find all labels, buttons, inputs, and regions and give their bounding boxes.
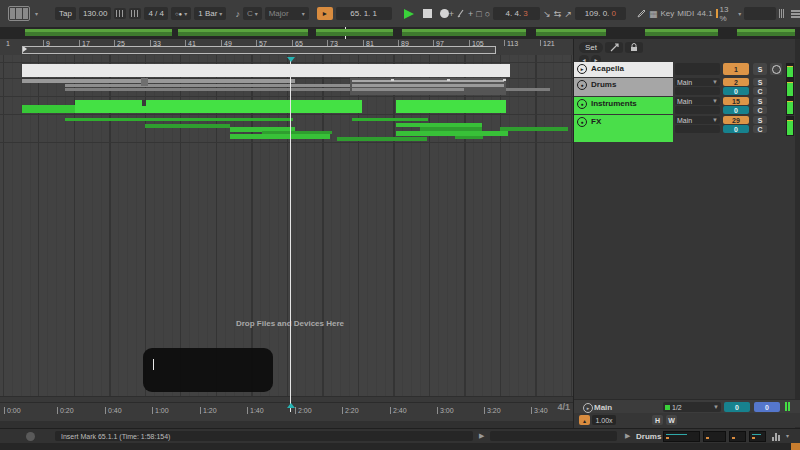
overdub-icon[interactable]: + [449,7,454,20]
track-number-badge[interactable]: 2 [723,78,749,86]
tempo-field[interactable]: 130.00 [79,7,111,20]
loop-switch-icon[interactable]: ⇆ [554,7,562,20]
send-value[interactable]: 0 [723,87,749,95]
scale-menu[interactable]: Major ▾ [265,7,309,20]
routing-menu[interactable]: Main▼ [675,97,720,105]
stop-button[interactable] [423,9,432,18]
hear-button[interactable]: H [652,415,663,425]
meter-dropdown-icon[interactable]: ▾ [786,432,789,439]
clip[interactable] [230,134,330,139]
help-icon[interactable] [26,432,35,441]
main-pan-value[interactable]: 0 [754,402,780,412]
midi-map-button[interactable]: MIDI [677,7,694,20]
device-thumbnail[interactable] [749,431,766,442]
track-header-acapella[interactable]: ▸ Acapella 1 S [574,62,800,77]
metronome-dropdown-icon[interactable]: ▾ [184,10,187,17]
loop-brace[interactable] [22,46,496,54]
clip[interactable] [447,79,450,81]
write-button[interactable]: W [666,415,677,425]
loop-length-field[interactable]: 109. 0. 0 [575,7,626,20]
solo-button[interactable]: S [753,63,767,75]
device-chain-arrow-icon[interactable]: ▶ [625,432,630,440]
resize-corner-icon[interactable] [791,443,800,450]
main-track-header[interactable]: ▸ Main 1/2 ▼ 0 0 [574,399,800,414]
draw-mode-icon[interactable] [637,7,646,20]
cue-button[interactable]: C [753,106,767,114]
track-number-badge[interactable]: 15 [723,97,749,105]
track-name-band[interactable]: ● FX [574,115,673,142]
record-button[interactable] [440,9,449,18]
key-map-button[interactable]: Key [660,7,674,20]
routing-menu[interactable]: Main▼ [675,78,720,86]
track-name-band[interactable]: ● Instruments [574,97,673,114]
output-meter-icon[interactable] [772,432,780,441]
solo-button[interactable]: S [753,116,767,124]
set-locator-button[interactable]: Set [579,42,603,53]
track-header-fx[interactable]: ● FX Main▼ 29 0 S C [574,115,800,142]
text-entry-box[interactable] [143,348,273,392]
track-number-badge[interactable]: 1 [723,63,749,75]
metronome-button[interactable]: ○● ▾ [171,7,191,20]
clip[interactable] [22,64,510,77]
send-value[interactable]: 0 [723,125,749,133]
layout-panels-icon[interactable] [8,6,30,21]
cpu-meter[interactable]: 13 % ▾ [716,7,741,20]
clip[interactable] [500,127,568,131]
main-fold-icon[interactable]: ▸ [583,403,593,413]
track-fold-icon[interactable]: ● [577,117,587,127]
arm-button[interactable] [770,63,782,75]
play-button[interactable] [404,9,414,19]
quantize-menu[interactable]: 1 Bar ▾ [194,7,226,20]
tap-tempo-button[interactable]: Tap [55,7,76,20]
follow-button[interactable]: ▸ [317,7,333,20]
quantize-dropdown-icon[interactable]: ▾ [219,10,222,17]
track-fold-icon[interactable]: ● [577,80,587,90]
arrangement-position-field[interactable]: 65. 1. 1 [336,7,392,20]
track-lane-acapella[interactable] [0,62,573,79]
key-root-dropdown-icon[interactable]: ▾ [255,10,258,17]
device-track-name[interactable]: Drums [636,432,661,441]
lock-icon[interactable] [625,42,643,53]
solo-button[interactable]: S [753,97,767,105]
send-value[interactable]: 0 [723,106,749,114]
track-header-instruments[interactable]: ● Instruments Main▼ 15 0 S C [574,97,800,114]
track-lane-drums[interactable] [0,78,573,97]
menu-icon[interactable] [791,10,800,18]
track-lane-instruments[interactable] [0,97,573,115]
expand-arrow-icon[interactable]: ▶ [479,432,484,440]
scale-dropdown-icon[interactable]: ▾ [302,10,305,17]
key-root-menu[interactable]: C ▾ [243,7,262,20]
track-number-badge[interactable]: 29 [723,116,749,124]
automation-arm-icon[interactable] [457,7,465,20]
clip[interactable] [22,105,75,113]
routing-menu[interactable]: Main▼ [675,116,720,124]
clip[interactable] [503,79,506,81]
reenable-automation-icon[interactable]: + [468,7,473,20]
track-header-drums[interactable]: ● Drums Main▼ 2 0 S C [574,78,800,96]
device-thumbnail[interactable] [663,431,700,442]
time-signature-field[interactable]: 4 / 4 [144,7,168,20]
beat-time-ruler[interactable]: 191725334149576573818997105113121 [0,39,573,56]
arrangement-area[interactable]: Drop Files and Devices Here [0,55,573,396]
clip[interactable] [22,79,295,83]
mixer-view-icon[interactable] [779,9,784,19]
playback-speed-field[interactable]: 1.00x [592,415,616,425]
device-thumbnail[interactable] [703,431,726,442]
clip[interactable] [352,118,428,121]
loop-start-field[interactable]: 4. 4. 3 [493,7,540,20]
cpu-dropdown-icon[interactable]: ▾ [738,10,741,17]
routing-sub-cell[interactable] [675,125,720,133]
nudge-up-button[interactable] [129,8,141,19]
solo-button[interactable]: S [753,78,767,86]
clip[interactable] [352,80,504,82]
clip[interactable] [352,84,504,87]
clip[interactable] [142,100,146,106]
track-fold-icon[interactable]: ● [577,99,587,109]
clip[interactable] [141,78,148,86]
clip[interactable] [396,131,508,136]
track-name-band[interactable]: ● Drums [574,78,673,96]
nudge-down-button[interactable] [114,8,126,19]
playhead-line[interactable] [290,57,291,412]
track-lane-fx[interactable] [0,115,573,143]
clip[interactable] [145,124,230,128]
